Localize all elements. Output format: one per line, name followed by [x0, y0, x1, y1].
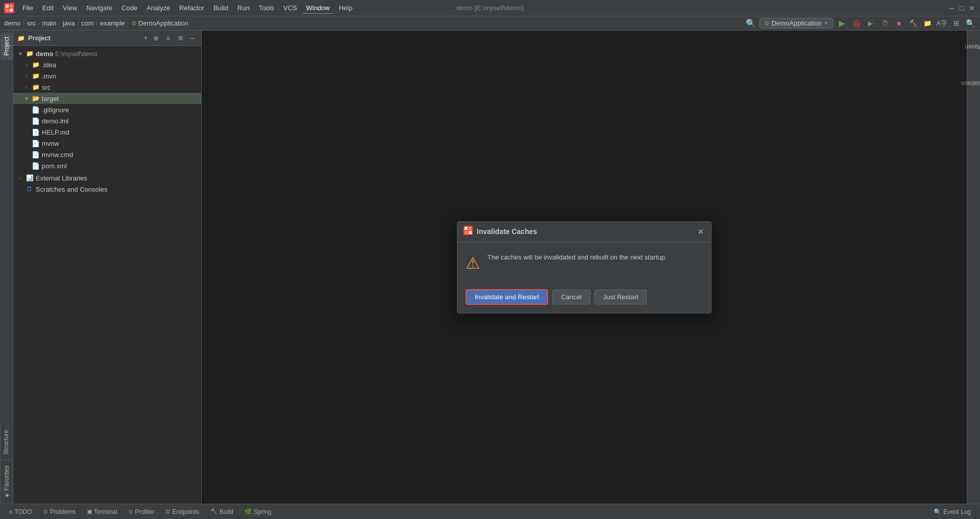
collapse-all-button[interactable]: ≡ — [164, 34, 173, 43]
breadcrumb-example[interactable]: example — [100, 19, 125, 27]
file-icon: 📄 — [32, 106, 40, 114]
menu-help[interactable]: Help — [335, 3, 357, 13]
locate-file-button[interactable]: ⊕ — [151, 34, 160, 43]
scratches-icon: 🗒 — [25, 185, 34, 193]
build-icon: 🔨 — [210, 508, 217, 515]
structure-tab[interactable]: Structure — [0, 425, 12, 460]
tree-item-demo-iml[interactable]: › 📄 demo.iml — [13, 115, 201, 126]
minimize-button[interactable]: ─ — [947, 4, 956, 12]
cancel-button[interactable]: Cancel — [552, 290, 590, 304]
tree-item-pom-xml[interactable]: › 📄 pom.xml — [13, 160, 201, 171]
event-log-button[interactable]: 🔍 Event Log — [929, 507, 976, 517]
menu-vcs[interactable]: VCS — [279, 3, 301, 13]
menu-run[interactable]: Run — [233, 3, 254, 13]
tree-item-help-md[interactable]: › 📄 HELP.md — [13, 126, 201, 138]
close-button[interactable]: ✕ — [968, 4, 976, 12]
dialog-title-icon — [464, 226, 473, 237]
todo-icon: ≡ — [9, 509, 12, 515]
todo-tab[interactable]: ≡ TODO — [4, 507, 37, 517]
breadcrumb-java[interactable]: java — [63, 19, 75, 27]
menu-tools[interactable]: Tools — [255, 3, 278, 13]
tree-item-gitignore[interactable]: › 📄 .gitignore — [13, 104, 201, 115]
dialog-close-button[interactable]: ✕ — [696, 226, 705, 238]
dialog-footer: Invalidate and Restart Cancel Just Resta… — [457, 283, 711, 313]
tree-label: .idea — [42, 61, 56, 69]
event-log-label: Event Log — [943, 508, 971, 515]
file-icon: 📄 — [32, 139, 40, 147]
tree-label: HELP.md — [42, 128, 69, 136]
svg-rect-8 — [465, 231, 468, 234]
tree-label: demo E:\myself\demo — [36, 50, 97, 58]
terminal-icon: ▣ — [87, 508, 92, 515]
hide-panel-button[interactable]: ─ — [188, 34, 197, 43]
dialog-message: The caches will be invalidated and rebui… — [487, 252, 667, 263]
tree-label: src — [42, 84, 50, 91]
run-config-name: DemoApplication — [772, 19, 822, 27]
tree-label: mvnw — [42, 140, 59, 147]
breadcrumb-src[interactable]: src — [27, 19, 36, 27]
menu-navigate[interactable]: Navigate — [82, 3, 116, 13]
open-file-button[interactable]: 📁 — [922, 18, 933, 29]
tree-item-external-libs[interactable]: › 📊 External Libraries — [13, 172, 201, 184]
favorites-tab[interactable]: ★Favorites — [0, 460, 13, 504]
menu-refactor[interactable]: Refactor — [175, 3, 208, 13]
menu-file[interactable]: File — [18, 3, 37, 13]
layout-button[interactable]: ⊞ — [950, 18, 962, 29]
breadcrumb-com[interactable]: com — [81, 19, 94, 27]
svg-rect-3 — [6, 9, 9, 12]
problems-label: Problems — [50, 508, 76, 515]
svg-rect-9 — [469, 231, 472, 234]
tree-item-scratches[interactable]: › 🗒 Scratches and Consoles — [13, 184, 201, 195]
terminal-tab[interactable]: ▣ Terminal — [82, 507, 122, 517]
menu-edit[interactable]: Edit — [38, 3, 58, 13]
invalidate-and-restart-button[interactable]: Invalidate and Restart — [466, 289, 548, 305]
app-logo — [4, 3, 14, 13]
tree-item-target[interactable]: ▼ 📂 target — [13, 93, 201, 104]
tree-item-mvnw-cmd[interactable]: › 📄 mvnw.cmd — [13, 149, 201, 160]
profiler-tab[interactable]: ⊙ Profiler — [123, 507, 159, 517]
run-button[interactable]: ▶ — [836, 18, 848, 29]
breadcrumb-toolbar: demo › src › main › java › com › example… — [0, 16, 980, 31]
translate-button[interactable]: A字 — [936, 18, 947, 29]
dialog-overlay: Invalidate Caches ✕ ⚠ The caches will be… — [202, 31, 967, 504]
tree-root-demo[interactable]: ▼ 📁 demo E:\myself\demo — [13, 48, 201, 59]
spring-label: Spring — [254, 508, 271, 515]
svg-rect-1 — [6, 5, 9, 8]
breadcrumb-demoapplication[interactable]: ⚙ DemoApplication — [131, 19, 188, 27]
profile-button[interactable]: ⏱ — [879, 18, 890, 29]
folder-icon: 📁 — [32, 72, 40, 80]
maximize-button[interactable]: □ — [958, 4, 966, 12]
menu-view[interactable]: View — [59, 3, 81, 13]
breadcrumb-main[interactable]: main — [42, 19, 57, 27]
file-icon: 📄 — [32, 117, 40, 125]
debug-button[interactable]: 🐞 — [851, 18, 862, 29]
menu-window[interactable]: Window — [302, 3, 334, 14]
menu-code[interactable]: Code — [118, 3, 142, 13]
run-configuration-selector[interactable]: ⚙ DemoApplication ▼ — [759, 18, 833, 29]
menu-build[interactable]: Build — [209, 3, 232, 13]
problems-tab[interactable]: ⊙ Problems — [38, 507, 81, 517]
profiler-icon: ⊙ — [128, 508, 133, 515]
settings-button[interactable]: 🔍 — [965, 18, 976, 29]
endpoints-tab[interactable]: ⊡ Endpoints — [160, 507, 204, 517]
search-everywhere-button[interactable]: 🔍 — [745, 18, 756, 29]
just-restart-button[interactable]: Just Restart — [594, 290, 647, 304]
project-panel-tab[interactable]: Project — [1, 33, 13, 60]
project-tree: ▼ 📁 demo E:\myself\demo › 📁 .idea › 📁 .m… — [13, 46, 201, 504]
panel-options-button[interactable]: ⚙ — [176, 34, 185, 43]
stop-button[interactable]: ■ — [893, 18, 905, 29]
menu-analyze[interactable]: Analyze — [143, 3, 174, 13]
spring-icon: 🌿 — [244, 508, 252, 515]
tree-label: .mvn — [42, 72, 56, 80]
spring-tab[interactable]: 🌿 Spring — [239, 507, 277, 517]
breadcrumb-demo[interactable]: demo — [4, 19, 21, 27]
tree-item-mvnw[interactable]: › 📄 mvnw — [13, 138, 201, 149]
tree-item-idea[interactable]: › 📁 .idea — [13, 59, 201, 70]
libs-icon: 📊 — [25, 174, 34, 182]
tree-item-mvn[interactable]: › 📁 .mvn — [13, 70, 201, 82]
coverage-button[interactable]: ▶̈ — [865, 18, 876, 29]
build-tab[interactable]: 🔨 Build — [205, 507, 238, 517]
file-icon: 📄 — [32, 162, 40, 170]
tree-item-src[interactable]: › 📁 src — [13, 82, 201, 93]
build-project-button[interactable]: 🔨 — [908, 18, 919, 29]
